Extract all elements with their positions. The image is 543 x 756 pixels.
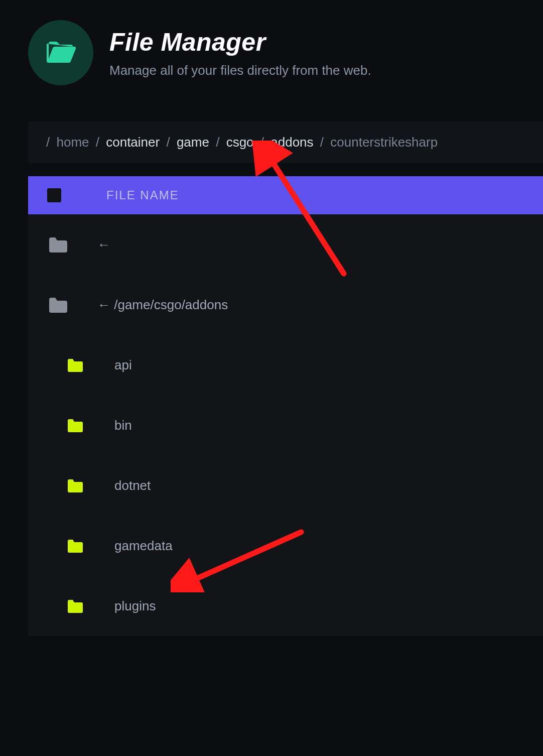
folder-row-dotnet[interactable]: dotnet xyxy=(28,455,543,516)
folder-row-bin[interactable]: bin xyxy=(28,395,543,455)
folder-icon xyxy=(47,297,68,313)
breadcrumb-item-game[interactable]: game xyxy=(177,135,209,150)
back-arrow-icon: ← xyxy=(97,237,110,253)
folder-icon xyxy=(47,236,68,253)
table-header: FILE NAME xyxy=(28,176,543,214)
parent-path-label: ← /game/csgo/addons xyxy=(97,297,228,313)
header-icon-circle xyxy=(28,20,93,85)
breadcrumb-item-csgo[interactable]: csgo xyxy=(226,135,254,150)
select-all-checkbox[interactable] xyxy=(47,188,61,202)
breadcrumb-separator: / xyxy=(216,135,219,150)
breadcrumb: / home / container / game / csgo / addon… xyxy=(28,121,543,163)
folder-label: api xyxy=(114,357,132,373)
folder-row-plugins[interactable]: plugins xyxy=(28,576,543,636)
folder-row-api[interactable]: api xyxy=(28,335,543,395)
folder-icon xyxy=(64,599,85,613)
folder-label: bin xyxy=(114,418,132,433)
breadcrumb-separator: / xyxy=(260,135,264,150)
file-list: ← ← /game/csgo/addons api bin xyxy=(28,214,543,636)
page-subtitle: Manage all of your files directly from t… xyxy=(109,63,371,78)
breadcrumb-separator: / xyxy=(320,135,324,150)
breadcrumb-separator: / xyxy=(46,135,50,150)
folder-icon xyxy=(64,539,85,553)
column-header-filename: FILE NAME xyxy=(106,188,179,202)
breadcrumb-item-current: counterstrikesharp xyxy=(330,135,438,150)
folder-open-icon xyxy=(45,36,77,70)
folder-icon xyxy=(64,358,85,372)
page-title: File Manager xyxy=(109,28,371,57)
folder-label: dotnet xyxy=(114,478,151,493)
breadcrumb-item-home[interactable]: home xyxy=(56,135,89,150)
folder-icon xyxy=(64,418,85,432)
breadcrumb-separator: / xyxy=(96,135,99,150)
parent-path-row[interactable]: ← /game/csgo/addons xyxy=(28,275,543,335)
folder-label: plugins xyxy=(114,598,156,614)
page-header: File Manager Manage all of your files di… xyxy=(0,20,543,85)
breadcrumb-item-addons[interactable]: addons xyxy=(270,135,313,150)
up-directory-row[interactable]: ← xyxy=(28,214,543,275)
folder-row-gamedata[interactable]: gamedata xyxy=(28,516,543,576)
folder-label: gamedata xyxy=(114,538,173,554)
breadcrumb-separator: / xyxy=(166,135,170,150)
breadcrumb-item-container[interactable]: container xyxy=(106,135,160,150)
folder-icon xyxy=(64,478,85,492)
